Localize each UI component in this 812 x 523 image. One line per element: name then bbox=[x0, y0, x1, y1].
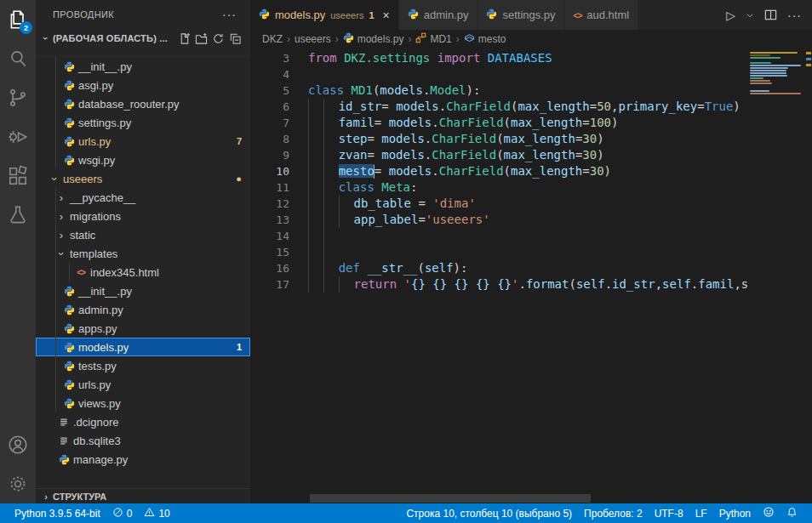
tree-item--init-py[interactable]: __init__.py bbox=[36, 57, 250, 76]
run-dropdown-icon[interactable] bbox=[746, 11, 754, 20]
more-actions-icon[interactable]: ··· bbox=[222, 8, 237, 21]
code-token: ) bbox=[597, 132, 603, 145]
line-number: 16 bbox=[250, 260, 289, 276]
code-line-15[interactable]: 15 bbox=[250, 244, 747, 260]
tree-item-settings-py[interactable]: settings.py bbox=[36, 113, 250, 132]
settings-gear-icon[interactable] bbox=[0, 464, 36, 503]
tree-folder-migrations[interactable]: ›migrations bbox=[36, 207, 250, 225]
outline-section[interactable]: › СТРУКТУРА bbox=[36, 488, 250, 503]
testing-icon[interactable] bbox=[0, 196, 36, 235]
search-icon[interactable] bbox=[0, 39, 36, 78]
tree-item-clipped[interactable] bbox=[36, 48, 250, 57]
new-folder-icon[interactable] bbox=[192, 30, 209, 47]
code-editor[interactable]: 3from DKZ.settings import DATABASES45cla… bbox=[250, 48, 747, 503]
close-icon[interactable]: × bbox=[383, 9, 390, 22]
status-bell-item[interactable] bbox=[781, 507, 803, 520]
code-line-16[interactable]: 16def __str__(self): bbox=[250, 260, 747, 276]
breadcrumb-item-md1[interactable]: MD1 bbox=[415, 32, 451, 46]
status-строка-item[interactable]: Строка 10, столбец 10 (выбрано 5) bbox=[400, 508, 578, 520]
tree-item-manage-py[interactable]: manage.py bbox=[36, 450, 250, 469]
python-file-icon bbox=[61, 136, 77, 147]
tree-item-urls-py[interactable]: urls.py7 bbox=[36, 132, 250, 151]
run-debug-icon[interactable] bbox=[0, 117, 36, 156]
vertical-scrollbar[interactable] bbox=[803, 48, 812, 503]
tree-item-database-roouter-py[interactable]: database_roouter.py bbox=[36, 94, 250, 113]
tree-folder-static[interactable]: ›static bbox=[36, 225, 250, 244]
status-lf-item[interactable]: LF bbox=[689, 508, 713, 520]
tree-item-label: views.py bbox=[77, 397, 250, 410]
line-number: 9 bbox=[250, 147, 289, 163]
code-line-3[interactable]: 3from DKZ.settings import DATABASES bbox=[250, 50, 747, 66]
horizontal-scrollbar[interactable] bbox=[310, 494, 591, 503]
explorer-icon[interactable]: 2 bbox=[0, 0, 36, 39]
indent-guide bbox=[308, 276, 323, 293]
tree-indent-guide bbox=[55, 338, 56, 356]
status-пробелов-item[interactable]: Пробелов: 2 bbox=[578, 508, 649, 520]
code-line-4[interactable]: 4 bbox=[250, 66, 747, 82]
code-token: max_length bbox=[511, 164, 582, 178]
tree-folder-useeers[interactable]: ›useeers● bbox=[36, 169, 250, 188]
code-token: = bbox=[367, 148, 381, 162]
tab-aud-html[interactable]: <>aud.html bbox=[565, 0, 639, 30]
code-line-10[interactable]: 10mesto= models.CharField(max_length=30) bbox=[250, 163, 747, 179]
tree-item-urls-py[interactable]: urls.py bbox=[36, 375, 250, 394]
tree-folder--pycache-[interactable]: ›__pycache__ bbox=[36, 188, 250, 207]
tree-item--init-py[interactable]: __init__.py bbox=[36, 281, 250, 300]
breadcrumb-item-useeers[interactable]: useeers bbox=[294, 33, 331, 45]
tree-item-db-sqlite3[interactable]: db.sqlite3 bbox=[36, 431, 250, 450]
tab-models-py[interactable]: models.pyuseeers1× bbox=[250, 0, 399, 30]
split-editor-icon[interactable] bbox=[764, 9, 777, 21]
code-line-5[interactable]: 5class MD1(models.Model): bbox=[250, 82, 747, 99]
main-row: 2 bbox=[0, 0, 812, 503]
breadcrumb-item-mesto[interactable]: mesto bbox=[464, 32, 506, 46]
status-python-item[interactable]: Python bbox=[713, 508, 757, 520]
breadcrumb-item-models-py[interactable]: models.py bbox=[343, 32, 404, 46]
code-token: CharField bbox=[432, 148, 496, 162]
code-line-11[interactable]: 11class Meta: bbox=[250, 179, 747, 196]
code-token: ' bbox=[404, 277, 411, 291]
code-line-6[interactable]: 6id_str= models.CharField(max_length=50,… bbox=[250, 99, 747, 115]
new-file-icon[interactable] bbox=[175, 30, 192, 47]
code-line-8[interactable]: 8step= models.CharField(max_length=30) bbox=[250, 131, 747, 147]
tree-item--dcignore[interactable]: .dcignore bbox=[36, 412, 250, 431]
refresh-icon[interactable] bbox=[209, 30, 226, 47]
warning-icon bbox=[144, 507, 155, 520]
code-line-14[interactable]: 14 bbox=[250, 228, 747, 244]
tab-admin-py[interactable]: admin.py bbox=[399, 0, 478, 30]
status-utf-8-item[interactable]: UTF-8 bbox=[649, 508, 689, 520]
code-line-9[interactable]: 9zvan= models.CharField(max_length=30) bbox=[250, 147, 747, 163]
minimap-line bbox=[750, 90, 769, 92]
tree-item-wsgi-py[interactable]: wsgi.py bbox=[36, 151, 250, 169]
line-number: 5 bbox=[250, 82, 289, 99]
tree-folder-templates[interactable]: ›templates bbox=[36, 244, 250, 263]
code-line-17[interactable]: 17return '{} {} {} {} {}'.format(self.id… bbox=[250, 276, 747, 293]
tree-item-views-py[interactable]: views.py bbox=[36, 394, 250, 412]
code-token: ) bbox=[604, 164, 611, 178]
source-control-icon[interactable] bbox=[0, 78, 36, 117]
status-python-item[interactable]: Python 3.9.5 64-bit bbox=[9, 508, 106, 520]
tree-item-index345-html[interactable]: <>index345.html bbox=[36, 263, 250, 281]
code-line-12[interactable]: 12db_table = 'dima' bbox=[250, 196, 747, 212]
status-error-item[interactable]: 0 bbox=[106, 507, 139, 520]
code-token: CharField bbox=[439, 164, 504, 178]
tree-item-tests-py[interactable]: tests.py bbox=[36, 356, 250, 375]
run-button[interactable]: ▷ bbox=[726, 9, 735, 22]
tree-item-admin-py[interactable]: admin.py bbox=[36, 300, 250, 319]
minimap[interactable] bbox=[747, 48, 803, 503]
breadcrumb-item-dkz[interactable]: DKZ bbox=[262, 33, 283, 45]
account-icon[interactable] bbox=[0, 425, 36, 464]
workspace-section-header[interactable]: › (РАБОЧАЯ ОБЛАСТЬ) ... bbox=[36, 29, 250, 48]
status-warning-item[interactable]: 10 bbox=[138, 507, 175, 520]
collapse-all-icon[interactable] bbox=[226, 30, 243, 47]
python-file-icon bbox=[61, 398, 77, 409]
editor-more-icon[interactable]: ··· bbox=[787, 9, 802, 22]
code-token: ( bbox=[504, 164, 511, 178]
tree-item-asgi-py[interactable]: asgi.py bbox=[36, 76, 250, 94]
code-line-7[interactable]: 7famil= models.CharField(max_length=100) bbox=[250, 115, 747, 131]
status-feedback-item[interactable] bbox=[757, 506, 781, 520]
tree-item-models-py[interactable]: models.py1 bbox=[36, 338, 250, 356]
extensions-icon[interactable] bbox=[0, 156, 36, 196]
tab-settings-py[interactable]: settings.py bbox=[477, 0, 564, 30]
code-line-13[interactable]: 13app_label='useeers' bbox=[250, 212, 747, 228]
tree-item-apps-py[interactable]: apps.py bbox=[36, 319, 250, 338]
